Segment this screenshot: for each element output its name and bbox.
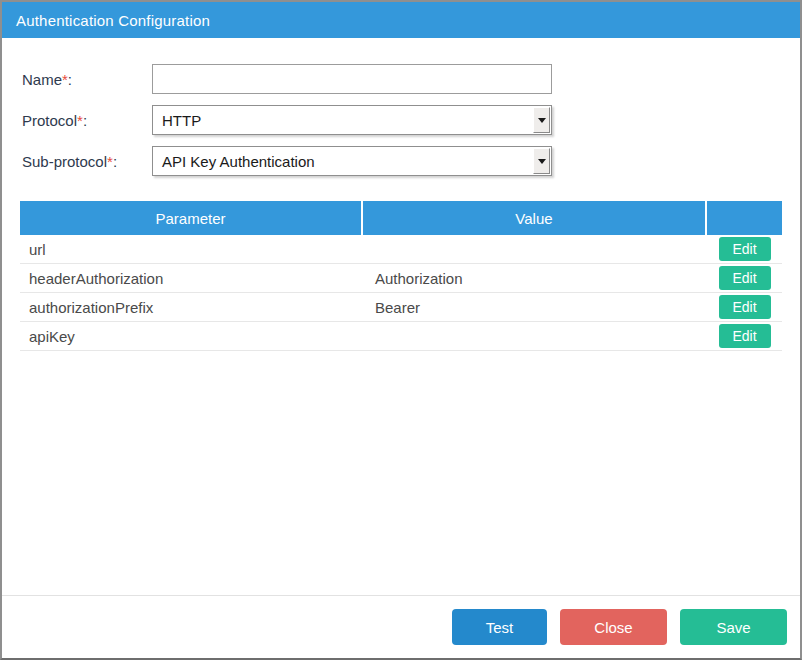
label-colon: : bbox=[68, 71, 72, 88]
table-row: authorizationPrefixBearerEdit bbox=[20, 293, 782, 322]
sub-protocol-select-value: API Key Authentication bbox=[162, 153, 315, 170]
edit-button[interactable]: Edit bbox=[719, 324, 771, 348]
dialog-footer: Test Close Save bbox=[2, 595, 800, 658]
edit-button[interactable]: Edit bbox=[719, 295, 771, 319]
parameter-name-cell: headerAuthorization bbox=[20, 270, 363, 287]
close-button[interactable]: Close bbox=[560, 609, 667, 645]
parameters-table: Parameter Value urlEditheaderAuthorizati… bbox=[20, 201, 782, 351]
actions-cell: Edit bbox=[707, 324, 782, 348]
sub-protocol-label: Sub-protocol*: bbox=[22, 153, 152, 170]
name-label: Name*: bbox=[22, 71, 152, 88]
dialog-title: Authentication Configuration bbox=[2, 2, 800, 38]
parameter-value-cell: Bearer bbox=[363, 299, 707, 316]
name-label-text: Name bbox=[22, 71, 62, 88]
dropdown-arrow-icon[interactable] bbox=[533, 107, 550, 133]
protocol-select[interactable]: HTTP bbox=[152, 105, 552, 135]
sub-protocol-select[interactable]: API Key Authentication bbox=[152, 146, 552, 176]
sub-protocol-label-text: Sub-protocol bbox=[22, 153, 107, 170]
table-row: urlEdit bbox=[20, 235, 782, 264]
parameter-name-cell: url bbox=[20, 241, 363, 258]
label-colon: : bbox=[113, 153, 117, 170]
auth-form: Name*: Protocol*: HTTP Sub-protocol*: AP… bbox=[2, 64, 800, 176]
protocol-label-text: Protocol bbox=[22, 112, 77, 129]
parameter-column-header: Parameter bbox=[20, 201, 363, 235]
actions-column-header bbox=[707, 201, 782, 235]
table-row: apiKeyEdit bbox=[20, 322, 782, 351]
value-column-header: Value bbox=[363, 201, 707, 235]
parameter-value-cell: Authorization bbox=[363, 270, 707, 287]
protocol-label: Protocol*: bbox=[22, 112, 152, 129]
edit-button[interactable]: Edit bbox=[719, 266, 771, 290]
name-input[interactable] bbox=[152, 64, 552, 94]
table-row: headerAuthorizationAuthorizationEdit bbox=[20, 264, 782, 293]
actions-cell: Edit bbox=[707, 266, 782, 290]
save-button[interactable]: Save bbox=[680, 609, 787, 645]
protocol-field-row: Protocol*: HTTP bbox=[22, 105, 800, 135]
dropdown-arrow-icon[interactable] bbox=[533, 148, 550, 174]
actions-cell: Edit bbox=[707, 237, 782, 261]
parameter-name-cell: apiKey bbox=[20, 328, 363, 345]
authentication-configuration-dialog: Authentication Configuration Name*: Prot… bbox=[0, 0, 802, 660]
parameter-name-cell: authorizationPrefix bbox=[20, 299, 363, 316]
label-colon: : bbox=[83, 112, 87, 129]
test-button[interactable]: Test bbox=[452, 609, 547, 645]
table-header: Parameter Value bbox=[20, 201, 782, 235]
actions-cell: Edit bbox=[707, 295, 782, 319]
protocol-select-value: HTTP bbox=[162, 112, 201, 129]
edit-button[interactable]: Edit bbox=[719, 237, 771, 261]
sub-protocol-field-row: Sub-protocol*: API Key Authentication bbox=[22, 146, 800, 176]
name-field-row: Name*: bbox=[22, 64, 800, 94]
table-body: urlEditheaderAuthorizationAuthorizationE… bbox=[20, 235, 782, 351]
